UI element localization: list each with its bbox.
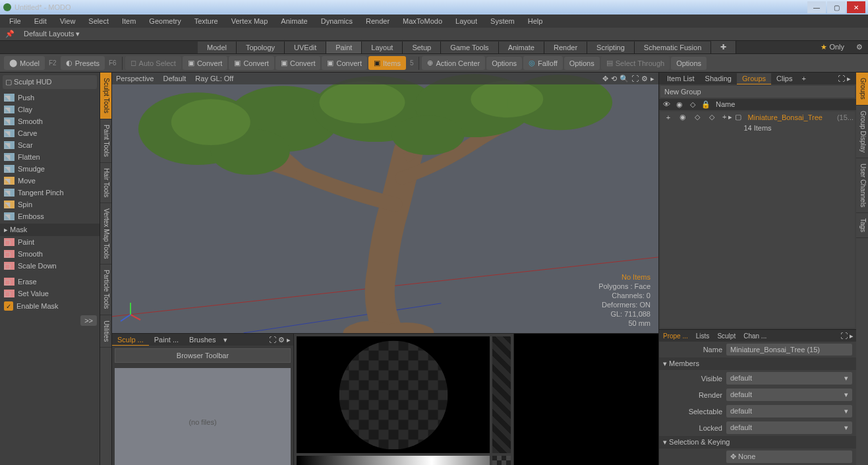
browser-toolbar[interactable]: Browser Toolbar	[115, 348, 291, 363]
rvtab-tags[interactable]: Tags	[856, 213, 868, 238]
menu-animate[interactable]: Animate	[274, 16, 314, 26]
lock-icon[interactable]: 🔒	[700, 100, 712, 109]
mask-paint[interactable]: ▢Paint	[0, 236, 100, 248]
move-icon[interactable]: ✥	[602, 75, 608, 83]
fit-icon[interactable]: ⛶	[631, 75, 639, 83]
tab-animate[interactable]: Animate	[499, 42, 544, 53]
chevron-icon[interactable]: ▸	[850, 332, 854, 340]
axis-gizmo[interactable]	[117, 301, 144, 328]
alpha-strip[interactable]	[492, 336, 511, 453]
tool-tangent-pinch[interactable]: ⬔Tangent Pinch	[0, 187, 100, 199]
eye-icon[interactable]: 👁	[660, 100, 672, 109]
ptab-lists[interactable]: Lists	[692, 331, 714, 341]
model-button[interactable]: ⬤ Model	[4, 56, 45, 70]
tool-flatten[interactable]: ⬔Flatten	[0, 151, 100, 163]
gear-icon[interactable]: ⚙	[278, 336, 285, 344]
sculpt-hud-button[interactable]: ▢ Sculpt HUD	[3, 75, 97, 89]
options-button-3[interactable]: Options	[671, 57, 707, 70]
vtab-sculpt[interactable]: Sculpt Tools	[100, 73, 111, 119]
zoom-icon[interactable]: 🔍	[620, 75, 629, 83]
expand-icon[interactable]: ⛶	[838, 75, 845, 83]
texture-preview[interactable]	[297, 336, 490, 453]
visible-select[interactable]: default ▾	[726, 372, 852, 385]
layout-selector[interactable]: Default Layouts ▾	[14, 30, 90, 38]
tool-carve[interactable]: ⬔Carve	[0, 127, 100, 139]
group-item-name[interactable]: Miniature_Bonsai_Tree	[745, 113, 836, 121]
gear-icon[interactable]: ⚙	[641, 75, 648, 83]
viewport-shading[interactable]: Default	[163, 75, 186, 82]
viewport-3d[interactable]: Perspective Default Ray GL: Off ✥ ⟲ 🔍 ⛶ …	[112, 73, 658, 333]
tool-smooth[interactable]: ⬔Smooth	[0, 115, 100, 127]
tool-spin[interactable]: ⬔Spin	[0, 199, 100, 210]
tab-render[interactable]: Render	[544, 42, 587, 53]
menu-texture[interactable]: Texture	[188, 16, 225, 26]
expand-button[interactable]: >>	[80, 315, 97, 326]
ptab-sculpt[interactable]: Sculpt	[713, 331, 739, 341]
menu-select[interactable]: Select	[82, 16, 115, 26]
rotate-icon[interactable]: ⟲	[611, 75, 617, 83]
only-star[interactable]: ★ Only	[814, 43, 851, 51]
tool-clay[interactable]: ⬔Clay	[0, 104, 100, 115]
convert-button-1[interactable]: ▣ Convert	[183, 56, 228, 70]
menu-file[interactable]: File	[3, 16, 28, 26]
mask-setvalue[interactable]: ▢Set Value	[0, 288, 100, 299]
locked-select[interactable]: default ▾	[726, 421, 852, 434]
tab-layout[interactable]: Layout	[362, 42, 403, 53]
autoselect-button[interactable]: ◻ Auto Select	[125, 56, 181, 70]
select-icon[interactable]: ◇	[687, 100, 699, 109]
maximize-button[interactable]: ▢	[827, 1, 846, 13]
vtab-paint[interactable]: Paint Tools	[100, 119, 111, 163]
tab-topology[interactable]: Topology	[237, 42, 285, 53]
gradient-bar[interactable]	[297, 456, 490, 465]
rvtab-groupdisplay[interactable]: Group Display	[856, 106, 868, 158]
menu-geometry[interactable]: Geometry	[142, 16, 187, 26]
chevron-icon[interactable]: ▸	[847, 75, 851, 83]
rvtab-groups[interactable]: Groups	[856, 73, 868, 106]
btab-sculpt[interactable]: Sculp ...	[112, 334, 149, 346]
tab-gametools[interactable]: Game Tools	[441, 42, 499, 53]
layout-pin-icon[interactable]: 📌	[5, 30, 14, 38]
convert-button-3[interactable]: ▣ Convert	[275, 56, 321, 70]
group-list[interactable]: +◉◇◇ + ▸ ▢ Miniature_Bonsai_Tree (15... …	[660, 111, 855, 328]
tool-scar[interactable]: ⬔Scar	[0, 139, 100, 151]
expand-icon[interactable]: ⛶	[840, 332, 848, 340]
menu-render[interactable]: Render	[359, 16, 396, 26]
render-icon[interactable]: ◉	[674, 100, 685, 109]
tab-paint[interactable]: Paint	[326, 42, 362, 53]
menu-help[interactable]: Help	[521, 16, 550, 26]
menu-edit[interactable]: Edit	[28, 16, 53, 26]
select-through-button[interactable]: ▤ Select Through	[601, 56, 670, 70]
tool-smudge[interactable]: ⬔Smudge	[0, 163, 100, 175]
vtab-hair[interactable]: Hair Tools	[100, 163, 111, 203]
mask-smooth[interactable]: ▢Smooth	[0, 248, 100, 260]
menu-item[interactable]: Item	[115, 16, 142, 26]
items-button[interactable]: ▣ Items	[368, 56, 406, 70]
render-select[interactable]: default ▾	[726, 388, 852, 401]
tool-push[interactable]: ⬔Push	[0, 92, 100, 104]
menu-vertexmap[interactable]: Vertex Map	[225, 16, 275, 26]
mask-scaledown[interactable]: ▢Scale Down	[0, 260, 100, 272]
rtab-groups[interactable]: Groups	[737, 73, 771, 84]
convert-button-4[interactable]: ▣ Convert	[322, 56, 367, 70]
name-column-header[interactable]: Name	[713, 100, 855, 109]
ptab-properties[interactable]: Prope ...	[659, 331, 692, 341]
chevron-down-icon[interactable]: ▾	[221, 336, 230, 344]
menu-layout[interactable]: Layout	[449, 16, 484, 26]
action-center-button[interactable]: ⊕ Action Center	[422, 56, 485, 70]
tab-schematic[interactable]: Schematic Fusion	[635, 42, 711, 53]
keying-none[interactable]: ✥ None	[726, 450, 852, 463]
rvtab-userchannels[interactable]: User Channels	[856, 158, 868, 213]
menu-system[interactable]: System	[484, 16, 521, 26]
tab-model[interactable]: Model	[198, 42, 237, 53]
tab-uvedit[interactable]: UVEdit	[285, 42, 326, 53]
viewport-camera[interactable]: Perspective	[116, 75, 154, 82]
selection-keying-section[interactable]: ▾ Selection & Keying	[659, 436, 856, 449]
tab-add[interactable]: ✚	[711, 41, 736, 53]
falloff-button[interactable]: ◎ Falloff	[523, 56, 563, 70]
presets-button[interactable]: ◐ Presets	[61, 56, 105, 70]
convert-button-2[interactable]: ▣ Convert	[229, 56, 274, 70]
rtab-clips[interactable]: Clips	[771, 73, 797, 84]
ptab-channels[interactable]: Chan ...	[739, 331, 770, 341]
close-button[interactable]: ✕	[847, 1, 865, 13]
alpha-swatch[interactable]	[492, 456, 511, 465]
